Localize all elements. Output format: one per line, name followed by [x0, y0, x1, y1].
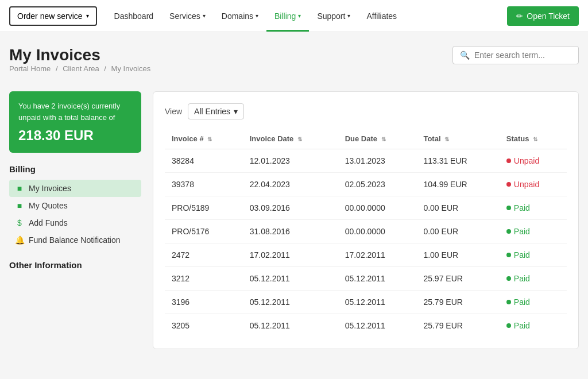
order-new-service-button[interactable]: Order new service ▾: [9, 6, 97, 26]
sidebar-label-fund-balance: Fund Balance Notification: [29, 235, 121, 245]
status-badge: Paid: [506, 274, 560, 283]
billing-chevron: ▾: [298, 13, 301, 19]
page-title-area: My Invoices Portal Home / Client Area / …: [9, 46, 150, 87]
paid-dot: [506, 323, 511, 328]
sidebar: You have 2 invoice(s) currently unpaid w…: [9, 91, 141, 270]
sidebar-item-my-quotes: ■ My Quotes: [9, 197, 141, 214]
open-ticket-button[interactable]: ✏ Open Ticket: [507, 6, 579, 26]
notification-icon: 🔔: [15, 235, 24, 245]
invoice-icon: ■: [15, 184, 24, 193]
nav-link-billing[interactable]: Billing ▾: [266, 0, 309, 32]
summary-amount: 218.30 EUR: [18, 127, 132, 144]
page-title: My Invoices: [9, 46, 150, 64]
support-chevron: ▾: [347, 13, 350, 19]
sidebar-label-my-invoices: My Invoices: [29, 184, 71, 193]
nav-link-affiliates[interactable]: Affiliates: [358, 0, 405, 32]
sort-icon-due: ⇅: [381, 136, 386, 142]
nav-links: Dashboard Services ▾ Domains ▾ Billing ▾…: [106, 0, 508, 32]
table-row[interactable]: 321205.12.201105.12.201125.97 EURPaid: [165, 267, 567, 291]
view-select-chevron: ▾: [234, 107, 238, 116]
sidebar-menu: ■ My Invoices ■ My Quotes $ Add Funds: [9, 180, 141, 249]
sidebar-item-my-invoices: ■ My Invoices: [9, 180, 141, 197]
billing-section-title: Billing: [9, 164, 141, 174]
view-select-value: All Entries: [194, 107, 230, 116]
other-information-title: Other Information: [9, 260, 141, 270]
invoices-table: Invoice # ⇅ Invoice Date ⇅ Due Date ⇅: [165, 129, 567, 337]
col-due-date[interactable]: Due Date ⇅: [338, 129, 417, 149]
table-row[interactable]: PRO/518903.09.201600.00.00000.00 EURPaid: [165, 196, 567, 220]
sidebar-item-fund-balance: 🔔 Fund Balance Notification: [9, 231, 141, 249]
col-total[interactable]: Total ⇅: [416, 129, 499, 149]
order-dropdown-chevron: ▾: [86, 13, 89, 19]
status-badge: Paid: [506, 203, 560, 212]
sort-icon-status: ⇅: [533, 136, 537, 142]
sidebar-label-add-funds: Add Funds: [29, 218, 68, 227]
search-icon: 🔍: [460, 51, 470, 60]
table-header-row: Invoice # ⇅ Invoice Date ⇅ Due Date ⇅: [165, 129, 567, 149]
table-row[interactable]: 3937822.04.202302.05.2023104.99 EURUnpai…: [165, 173, 567, 196]
paid-dot: [506, 206, 511, 210]
table-toolbar: View All Entries ▾: [165, 103, 567, 119]
sort-icon-invoice: ⇅: [207, 136, 212, 142]
sidebar-item-add-funds: $ Add Funds: [9, 214, 141, 231]
nav-link-domains[interactable]: Domains ▾: [214, 0, 266, 32]
services-chevron: ▾: [203, 13, 206, 19]
table-row[interactable]: 320505.12.201105.12.201125.79 EURPaid: [165, 314, 567, 338]
unpaid-dot: [506, 158, 511, 163]
status-badge: Paid: [506, 321, 560, 330]
view-select[interactable]: All Entries ▾: [188, 103, 244, 119]
summary-text: You have 2 invoice(s) currently unpaid w…: [18, 100, 132, 123]
funds-icon: $: [15, 218, 24, 227]
navbar: Order new service ▾ Dashboard Services ▾…: [0, 0, 588, 32]
status-badge: Unpaid: [506, 180, 560, 189]
status-badge: Paid: [506, 250, 560, 260]
page-header: My Invoices Portal Home / Client Area / …: [9, 46, 579, 87]
breadcrumb: Portal Home / Client Area / My Invoices: [9, 64, 150, 73]
content-wrapper: My Invoices Portal Home / Client Area / …: [0, 32, 588, 363]
table-area: View All Entries ▾ Invoice # ⇅ Invoice D…: [153, 91, 579, 349]
sort-icon-date: ⇅: [297, 136, 302, 142]
status-badge: Unpaid: [506, 156, 560, 165]
paid-dot: [506, 253, 511, 257]
breadcrumb-client-area[interactable]: Client Area: [63, 64, 99, 73]
table-row[interactable]: PRO/517631.08.201600.00.00000.00 EURPaid: [165, 220, 567, 243]
search-box: 🔍: [452, 46, 579, 64]
breadcrumb-my-invoices[interactable]: My Invoices: [111, 64, 151, 73]
nav-link-services[interactable]: Services ▾: [161, 0, 214, 32]
sort-icon-total: ⇅: [444, 136, 449, 142]
pencil-icon: ✏: [516, 11, 523, 21]
col-status[interactable]: Status ⇅: [500, 129, 567, 149]
table-row[interactable]: 247217.02.201117.02.20111.00 EURPaid: [165, 243, 567, 267]
paid-dot: [506, 300, 511, 304]
quote-icon: ■: [15, 201, 24, 210]
domains-chevron: ▾: [256, 13, 258, 19]
main-layout: You have 2 invoice(s) currently unpaid w…: [9, 91, 579, 349]
status-badge: Paid: [506, 227, 560, 236]
view-label: View: [165, 107, 182, 116]
paid-dot: [506, 276, 511, 281]
nav-link-dashboard[interactable]: Dashboard: [106, 0, 162, 32]
sidebar-label-my-quotes: My Quotes: [29, 201, 68, 210]
unpaid-dot: [506, 182, 511, 187]
search-input[interactable]: [474, 51, 571, 60]
col-invoice-date[interactable]: Invoice Date ⇅: [243, 129, 338, 149]
table-row[interactable]: 3828412.01.202313.01.2023113.31 EURUnpai…: [165, 149, 567, 173]
order-new-service-label: Order new service: [17, 11, 83, 21]
paid-dot: [506, 229, 511, 234]
status-badge: Paid: [506, 297, 560, 307]
col-invoice-num[interactable]: Invoice # ⇅: [165, 129, 243, 149]
invoice-summary: You have 2 invoice(s) currently unpaid w…: [9, 91, 141, 153]
table-row[interactable]: 319605.12.201105.12.201125.79 EURPaid: [165, 291, 567, 314]
nav-link-support[interactable]: Support ▾: [309, 0, 358, 32]
breadcrumb-portal-home[interactable]: Portal Home: [9, 64, 51, 73]
